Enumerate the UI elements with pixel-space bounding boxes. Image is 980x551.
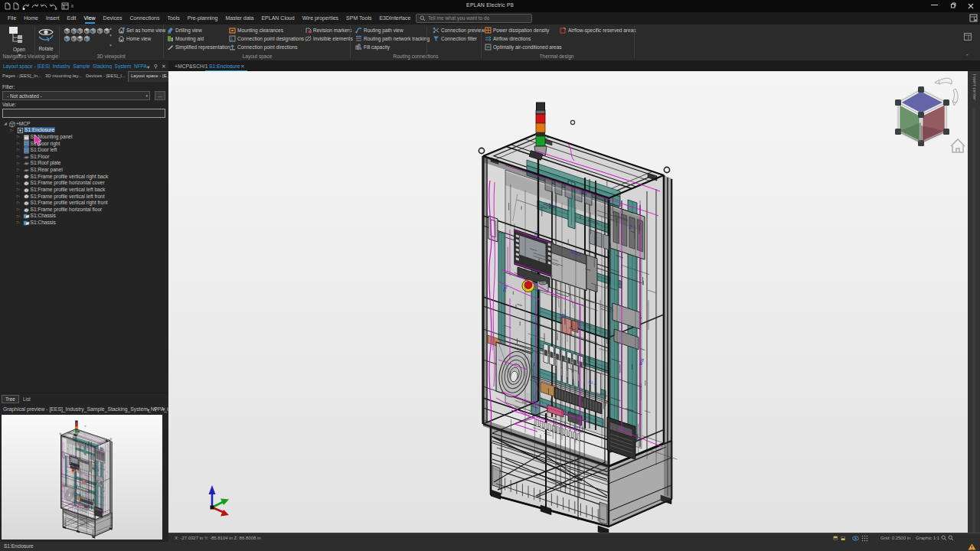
svg-text:1: 1 <box>230 37 234 41</box>
